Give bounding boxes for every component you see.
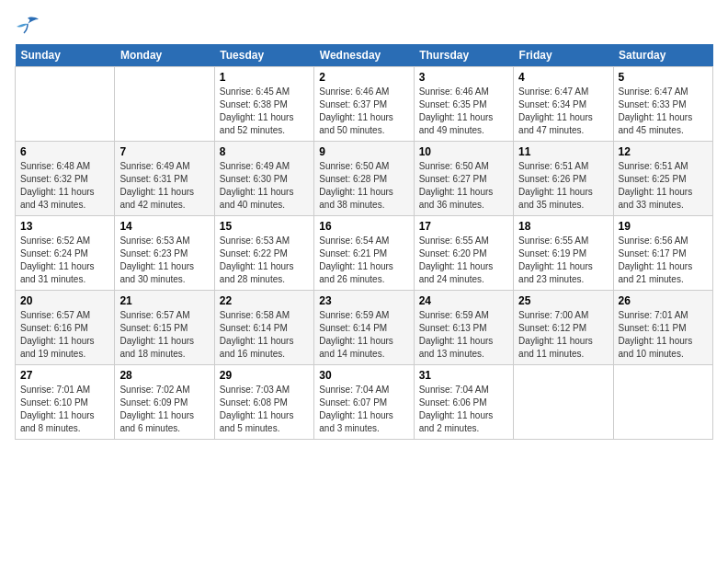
calendar-cell: 27Sunrise: 7:01 AM Sunset: 6:10 PM Dayli… (16, 365, 115, 440)
calendar-cell: 7Sunrise: 6:49 AM Sunset: 6:31 PM Daylig… (115, 142, 214, 216)
calendar-cell: 23Sunrise: 6:59 AM Sunset: 6:14 PM Dayli… (314, 291, 414, 365)
calendar-week-1: 1Sunrise: 6:45 AM Sunset: 6:38 PM Daylig… (16, 67, 713, 142)
calendar-week-3: 13Sunrise: 6:52 AM Sunset: 6:24 PM Dayli… (16, 216, 713, 291)
day-number: 14 (119, 220, 209, 233)
weekday-header-friday: Friday (514, 44, 613, 67)
day-info: Sunrise: 6:49 AM Sunset: 6:31 PM Dayligh… (119, 160, 209, 212)
calendar-cell: 3Sunrise: 6:46 AM Sunset: 6:35 PM Daylig… (414, 67, 513, 142)
day-info: Sunrise: 6:50 AM Sunset: 6:27 PM Dayligh… (419, 160, 508, 212)
day-info: Sunrise: 6:55 AM Sunset: 6:20 PM Dayligh… (419, 235, 508, 286)
day-number: 21 (119, 294, 209, 307)
calendar-cell: 10Sunrise: 6:50 AM Sunset: 6:27 PM Dayli… (414, 142, 513, 216)
calendar-cell: 16Sunrise: 6:54 AM Sunset: 6:21 PM Dayli… (314, 216, 414, 291)
calendar-cell: 21Sunrise: 6:57 AM Sunset: 6:15 PM Dayli… (115, 291, 214, 365)
day-number: 16 (319, 220, 408, 233)
day-number: 25 (518, 294, 608, 307)
weekday-header-saturday: Saturday (613, 44, 712, 67)
day-info: Sunrise: 7:01 AM Sunset: 6:10 PM Dayligh… (20, 384, 109, 435)
day-number: 31 (419, 369, 508, 382)
calendar-cell: 29Sunrise: 7:03 AM Sunset: 6:08 PM Dayli… (214, 365, 313, 440)
logo-bird-icon (15, 15, 40, 37)
day-info: Sunrise: 6:48 AM Sunset: 6:32 PM Dayligh… (20, 160, 109, 212)
calendar-cell: 15Sunrise: 6:53 AM Sunset: 6:22 PM Dayli… (214, 216, 313, 291)
calendar-cell: 19Sunrise: 6:56 AM Sunset: 6:17 PM Dayli… (613, 216, 712, 291)
calendar-cell: 6Sunrise: 6:48 AM Sunset: 6:32 PM Daylig… (16, 142, 115, 216)
day-number: 29 (220, 369, 309, 382)
day-info: Sunrise: 6:47 AM Sunset: 6:33 PM Dayligh… (619, 86, 708, 137)
calendar-cell: 30Sunrise: 7:04 AM Sunset: 6:07 PM Dayli… (314, 365, 414, 440)
weekday-header-thursday: Thursday (414, 44, 513, 67)
day-number: 26 (619, 294, 708, 307)
day-number: 30 (319, 369, 408, 382)
weekday-header-wednesday: Wednesday (314, 44, 414, 67)
calendar-cell: 13Sunrise: 6:52 AM Sunset: 6:24 PM Dayli… (16, 216, 115, 291)
day-info: Sunrise: 7:00 AM Sunset: 6:12 PM Dayligh… (518, 309, 608, 361)
day-number: 19 (619, 220, 708, 233)
day-info: Sunrise: 6:45 AM Sunset: 6:38 PM Dayligh… (220, 86, 309, 137)
day-info: Sunrise: 6:57 AM Sunset: 6:15 PM Dayligh… (119, 309, 209, 361)
page-header (15, 15, 713, 37)
day-number: 11 (518, 145, 608, 158)
day-number: 22 (220, 294, 309, 307)
day-info: Sunrise: 7:02 AM Sunset: 6:09 PM Dayligh… (119, 384, 209, 435)
calendar-cell: 2Sunrise: 6:46 AM Sunset: 6:37 PM Daylig… (314, 67, 414, 142)
calendar-cell: 28Sunrise: 7:02 AM Sunset: 6:09 PM Dayli… (115, 365, 214, 440)
day-info: Sunrise: 6:46 AM Sunset: 6:35 PM Dayligh… (419, 86, 508, 137)
day-number: 20 (20, 294, 109, 307)
calendar-cell: 26Sunrise: 7:01 AM Sunset: 6:11 PM Dayli… (613, 291, 712, 365)
day-number: 24 (419, 294, 508, 307)
day-info: Sunrise: 6:51 AM Sunset: 6:25 PM Dayligh… (619, 160, 708, 212)
calendar-table: SundayMondayTuesdayWednesdayThursdayFrid… (15, 44, 713, 440)
calendar-cell: 24Sunrise: 6:59 AM Sunset: 6:13 PM Dayli… (414, 291, 513, 365)
calendar-cell: 20Sunrise: 6:57 AM Sunset: 6:16 PM Dayli… (16, 291, 115, 365)
calendar-cell: 25Sunrise: 7:00 AM Sunset: 6:12 PM Dayli… (514, 291, 613, 365)
day-number: 4 (518, 71, 608, 84)
calendar-cell: 5Sunrise: 6:47 AM Sunset: 6:33 PM Daylig… (613, 67, 712, 142)
day-number: 3 (419, 71, 508, 84)
calendar-cell: 8Sunrise: 6:49 AM Sunset: 6:30 PM Daylig… (214, 142, 313, 216)
calendar-cell: 12Sunrise: 6:51 AM Sunset: 6:25 PM Dayli… (613, 142, 712, 216)
day-number: 27 (20, 369, 109, 382)
day-number: 15 (220, 220, 309, 233)
calendar-cell: 14Sunrise: 6:53 AM Sunset: 6:23 PM Dayli… (115, 216, 214, 291)
day-info: Sunrise: 7:01 AM Sunset: 6:11 PM Dayligh… (619, 309, 708, 361)
day-number: 9 (319, 145, 408, 158)
day-info: Sunrise: 6:55 AM Sunset: 6:19 PM Dayligh… (518, 235, 608, 286)
day-info: Sunrise: 6:54 AM Sunset: 6:21 PM Dayligh… (319, 235, 408, 286)
weekday-header-tuesday: Tuesday (214, 44, 313, 67)
day-number: 18 (518, 220, 608, 233)
day-number: 7 (119, 145, 209, 158)
weekday-header-row: SundayMondayTuesdayWednesdayThursdayFrid… (16, 44, 713, 67)
logo (15, 15, 44, 37)
day-number: 1 (220, 71, 309, 84)
day-info: Sunrise: 6:53 AM Sunset: 6:22 PM Dayligh… (220, 235, 309, 286)
day-number: 6 (20, 145, 109, 158)
weekday-header-sunday: Sunday (16, 44, 115, 67)
day-info: Sunrise: 7:03 AM Sunset: 6:08 PM Dayligh… (220, 384, 309, 435)
day-number: 23 (319, 294, 408, 307)
day-number: 12 (619, 145, 708, 158)
day-number: 10 (419, 145, 508, 158)
day-info: Sunrise: 6:58 AM Sunset: 6:14 PM Dayligh… (220, 309, 309, 361)
day-number: 2 (319, 71, 408, 84)
day-info: Sunrise: 6:59 AM Sunset: 6:14 PM Dayligh… (319, 309, 408, 361)
day-number: 8 (220, 145, 309, 158)
calendar-cell: 4Sunrise: 6:47 AM Sunset: 6:34 PM Daylig… (514, 67, 613, 142)
calendar-cell: 11Sunrise: 6:51 AM Sunset: 6:26 PM Dayli… (514, 142, 613, 216)
calendar-week-4: 20Sunrise: 6:57 AM Sunset: 6:16 PM Dayli… (16, 291, 713, 365)
day-number: 5 (619, 71, 708, 84)
calendar-cell: 18Sunrise: 6:55 AM Sunset: 6:19 PM Dayli… (514, 216, 613, 291)
calendar-cell (16, 67, 115, 142)
day-info: Sunrise: 6:52 AM Sunset: 6:24 PM Dayligh… (20, 235, 109, 286)
day-info: Sunrise: 7:04 AM Sunset: 6:07 PM Dayligh… (319, 384, 408, 435)
calendar-cell: 9Sunrise: 6:50 AM Sunset: 6:28 PM Daylig… (314, 142, 414, 216)
day-info: Sunrise: 7:04 AM Sunset: 6:06 PM Dayligh… (419, 384, 508, 435)
calendar-cell (613, 365, 712, 440)
day-info: Sunrise: 6:49 AM Sunset: 6:30 PM Dayligh… (220, 160, 309, 212)
day-info: Sunrise: 6:51 AM Sunset: 6:26 PM Dayligh… (518, 160, 608, 212)
calendar-cell: 17Sunrise: 6:55 AM Sunset: 6:20 PM Dayli… (414, 216, 513, 291)
day-info: Sunrise: 6:56 AM Sunset: 6:17 PM Dayligh… (619, 235, 708, 286)
calendar-cell: 1Sunrise: 6:45 AM Sunset: 6:38 PM Daylig… (214, 67, 313, 142)
day-number: 13 (20, 220, 109, 233)
calendar-cell (514, 365, 613, 440)
